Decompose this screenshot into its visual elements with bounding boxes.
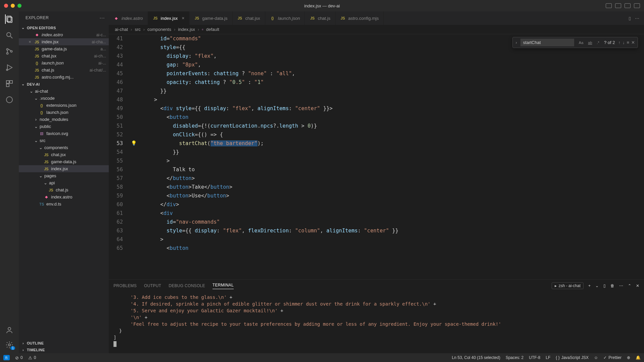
customize-layout-icon[interactable] (634, 3, 640, 8)
open-editor-item[interactable]: × ◆ index.astro ai-c... (19, 31, 109, 38)
tree-file[interactable]: ▧favicon.svg (19, 130, 109, 137)
status-cursor-position[interactable]: Ln 53, Col 40 (15 selected) (452, 355, 500, 360)
code-line[interactable]: 54 }} (109, 148, 644, 156)
open-editor-item[interactable]: × JS chat.js ai-chat/... (19, 66, 109, 74)
open-editors-header[interactable]: ⌄ OPEN EDITORS (19, 24, 109, 31)
settings-icon[interactable]: 1 (5, 341, 14, 349)
code-line[interactable]: 49 <div style={{ display: "flex", alignI… (109, 104, 644, 113)
terminal-shell-selector[interactable]: ▸ zsh - ai-chat (552, 282, 584, 289)
breadcrumb-segment[interactable]: src (135, 27, 140, 32)
panel-maximize-icon[interactable]: ⌃ (628, 283, 631, 288)
find-next-icon[interactable]: ↓ (623, 40, 625, 45)
tree-file[interactable]: JSgame-data.js (19, 158, 109, 165)
code-line[interactable]: 63 style={{ display: "flex", flexDirecti… (109, 226, 644, 235)
editor-tab[interactable]: JS index.jsx × (148, 11, 190, 25)
panel-tab[interactable]: DEBUG CONSOLE (169, 283, 205, 288)
open-editor-item[interactable]: × JS game-data.js a... (19, 45, 109, 52)
run-debug-icon[interactable] (5, 63, 14, 72)
status-errors[interactable]: ⊘0 (15, 355, 23, 360)
project-header[interactable]: ⌄ DEV-AI (19, 81, 109, 88)
editor-tab[interactable]: ◆ index.astro (109, 11, 148, 25)
editor-tab[interactable]: JS game-data.js (189, 11, 232, 25)
find-toggle-replace-icon[interactable]: › (515, 40, 517, 45)
status-notifications-icon[interactable]: 🔔 (636, 355, 641, 360)
find-close-icon[interactable]: ✕ (631, 40, 635, 45)
find-selection-icon[interactable]: ≡ (627, 40, 629, 45)
tree-folder[interactable]: ⌄components (19, 144, 109, 151)
status-warnings[interactable]: ⚠0 (28, 355, 36, 360)
window-close-button[interactable] (4, 4, 8, 8)
split-editor-icon[interactable]: ▯ (629, 16, 631, 21)
find-input[interactable] (520, 39, 574, 46)
find-whole-word-icon[interactable]: ab (587, 40, 593, 45)
toggle-panel-left-icon[interactable] (606, 3, 612, 8)
window-minimize-button[interactable] (11, 4, 15, 8)
remote-indicator[interactable]: ⎘ (3, 355, 10, 360)
code-line[interactable]: 55 > (109, 156, 644, 165)
code-line[interactable]: 60 </div> (109, 200, 644, 209)
panel-tab[interactable]: TERMINAL (213, 283, 234, 289)
panel-more-icon[interactable]: ⋯ (619, 283, 623, 288)
explorer-icon[interactable] (5, 15, 14, 24)
timeline-header[interactable]: › TIMELINE (19, 347, 109, 353)
find-match-case-icon[interactable]: Aa (578, 40, 585, 45)
tree-file[interactable]: {}launch.json (19, 109, 109, 116)
search-icon[interactable] (5, 31, 14, 40)
breadcrumb[interactable]: ai-chat›src›components›index.jsx›▫ defau… (109, 25, 644, 34)
status-indentation[interactable]: Spaces: 2 (506, 355, 523, 360)
find-prev-icon[interactable]: ↑ (618, 40, 620, 45)
code-line[interactable]: 44 gap: "8px", (109, 60, 644, 69)
outline-header[interactable]: › OUTLINE (19, 340, 109, 347)
code-line[interactable]: 56 Talk to (109, 165, 644, 174)
toggle-panel-bottom-icon[interactable] (615, 3, 621, 8)
breadcrumb-segment[interactable]: ai-chat (115, 27, 128, 32)
panel-tab[interactable]: PROBLEMS (113, 283, 137, 288)
editor-tab[interactable]: JS chat.jsx (233, 11, 265, 25)
account-icon[interactable] (5, 326, 14, 334)
code-line[interactable]: 52 onClick={() => { (109, 130, 644, 139)
terminal-dropdown-icon[interactable]: ⌄ (595, 283, 599, 288)
status-eol[interactable]: LF (546, 355, 550, 360)
code-line[interactable]: 45 pointerEvents: chatting ? "none" : "a… (109, 69, 644, 78)
tree-folder[interactable]: ⌄ai-chat (19, 88, 109, 95)
code-line[interactable]: 51 disabled={!(currentLocation.npcs?.len… (109, 122, 644, 130)
code-line[interactable]: 64 > (109, 235, 644, 244)
copilot-icon[interactable] (5, 95, 14, 104)
status-encoding[interactable]: UTF-8 (529, 355, 540, 360)
code-line[interactable]: 57 </button> (109, 174, 644, 183)
code-line[interactable]: 43 display: "flex", (109, 52, 644, 60)
panel-tab[interactable]: OUTPUT (144, 283, 161, 288)
tree-file[interactable]: JSindex.jsx (19, 165, 109, 172)
split-terminal-icon[interactable]: ▯ (603, 283, 606, 288)
editor-tab[interactable]: {} launch.json (265, 11, 305, 25)
panel-close-icon[interactable]: ✕ (636, 283, 639, 288)
editor-tab[interactable]: JS chat.js (305, 11, 335, 25)
code-line[interactable]: 61 <div (109, 209, 644, 218)
status-language[interactable]: { }JavaScript JSX (556, 355, 589, 360)
tree-file[interactable]: ◆index.astro (19, 193, 109, 200)
find-regex-icon[interactable]: .* (596, 40, 601, 45)
open-editor-item[interactable]: × JS chat.jsx ai-ch... (19, 52, 109, 59)
code-editor[interactable]: 41 id="commands"42 style={{43 display: "… (109, 34, 644, 279)
lightbulb-icon[interactable]: 💡 (131, 140, 137, 146)
breadcrumb-segment[interactable]: index.jsx (178, 27, 195, 32)
code-line[interactable]: 50 <button (109, 113, 644, 122)
kill-terminal-icon[interactable]: 🗑 (610, 283, 614, 288)
close-icon[interactable]: × (28, 39, 32, 44)
tree-folder[interactable]: ›node_modules (19, 116, 109, 123)
tree-file[interactable]: JSchat.jsx (19, 151, 109, 158)
extensions-icon[interactable] (5, 79, 14, 88)
more-actions-icon[interactable]: ⋯ (635, 16, 639, 21)
breadcrumb-segment[interactable]: default (206, 27, 219, 32)
minimap[interactable] (639, 34, 644, 279)
open-editor-item[interactable]: × JS astro.config.mj... (19, 74, 109, 81)
breadcrumb-segment[interactable]: components (147, 27, 171, 32)
code-line[interactable]: 59 <button>Use</button> (109, 191, 644, 200)
tree-file[interactable]: JSchat.js (19, 186, 109, 193)
toggle-panel-right-icon[interactable] (625, 3, 631, 8)
window-maximize-button[interactable] (17, 4, 21, 8)
sidebar-more-icon[interactable]: ⋯ (99, 15, 105, 21)
tree-file[interactable]: TSenv.d.ts (19, 200, 109, 208)
code-line[interactable]: 53 startChat("the bartender"); (109, 139, 644, 148)
code-line[interactable]: 46 opacity: chatting ? "0.5" : "1" (109, 78, 644, 87)
